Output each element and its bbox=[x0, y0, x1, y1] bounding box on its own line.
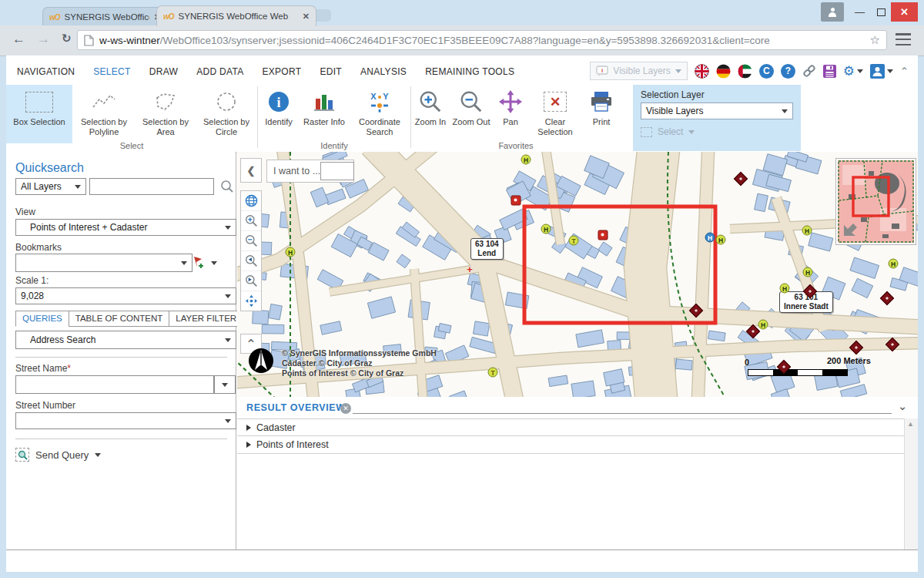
pan-button[interactable]: Pan bbox=[493, 85, 528, 141]
poi-hotel-marker: H bbox=[705, 233, 715, 243]
url-input[interactable]: w-ws-wintner/WebOffice103/synserver;jses… bbox=[77, 30, 887, 50]
language-arabic-flag-icon[interactable] bbox=[738, 64, 752, 79]
selection-by-area-button[interactable]: Selection by Area bbox=[136, 85, 196, 141]
poi-transport-marker: T bbox=[488, 368, 498, 378]
maximize-icon bbox=[877, 8, 886, 16]
tab-queries[interactable]: QUERIES bbox=[15, 311, 69, 327]
ribbon-tab-select[interactable]: SELECT bbox=[93, 66, 130, 77]
poi-hospital-marker: H bbox=[541, 224, 551, 234]
language-english-flag-icon[interactable] bbox=[695, 64, 709, 79]
street-number-dropdown[interactable] bbox=[15, 412, 236, 429]
save-icon[interactable] bbox=[823, 65, 836, 78]
previous-extent-button[interactable] bbox=[241, 251, 261, 271]
i-want-to-input[interactable] bbox=[320, 162, 354, 180]
map-zoom-out-button[interactable] bbox=[241, 231, 261, 251]
box-selection-button[interactable]: Box Selection bbox=[6, 85, 72, 143]
language-c-icon[interactable]: C bbox=[759, 64, 774, 79]
scroll-up-icon[interactable]: ▲ bbox=[907, 420, 914, 428]
map-zoom-in-button[interactable] bbox=[241, 211, 261, 231]
map-copyright: © SynerGIS Informationssysteme GmbH Cada… bbox=[282, 348, 437, 378]
page-icon bbox=[84, 35, 94, 46]
ribbon-tab-add-data[interactable]: ADD DATA bbox=[196, 66, 243, 77]
expand-triangle-icon bbox=[246, 425, 251, 431]
add-bookmark-icon[interactable] bbox=[191, 255, 206, 271]
tab-close-icon[interactable]: ✕ bbox=[303, 12, 310, 22]
result-scrollbar[interactable]: ▲ bbox=[904, 418, 918, 549]
view-dropdown[interactable]: Points of Interest + Cadaster bbox=[15, 219, 236, 236]
full-extent-button[interactable] bbox=[241, 191, 261, 211]
ribbon-tab-remaining-tools[interactable]: REMAINING TOOLS bbox=[425, 66, 514, 77]
maximize-button[interactable] bbox=[871, 2, 892, 22]
minimize-button[interactable]: — bbox=[849, 2, 870, 22]
language-german-flag-icon[interactable] bbox=[716, 64, 731, 79]
zoom-out-button[interactable]: Zoom Out bbox=[450, 85, 493, 141]
next-extent-icon bbox=[245, 274, 258, 287]
send-query-button[interactable]: Send Query bbox=[15, 448, 101, 462]
quicksearch-input[interactable] bbox=[89, 178, 214, 195]
profile-button[interactable] bbox=[821, 2, 844, 22]
toolbar-group-select: Box Selection Selection by Polyline Sele… bbox=[6, 85, 257, 152]
settings-button[interactable]: ⚙ bbox=[843, 63, 863, 79]
ribbon-tab-edit[interactable]: EDIT bbox=[320, 66, 342, 77]
ribbon-tab-navigation[interactable]: NAVIGATION bbox=[17, 66, 75, 77]
street-name-input[interactable] bbox=[15, 375, 214, 394]
zoom-in-button[interactable]: Zoom In bbox=[411, 85, 450, 141]
i-want-to-box[interactable]: I want to ... bbox=[266, 160, 354, 183]
raster-info-button[interactable]: Raster Info bbox=[300, 85, 349, 141]
result-group-points-of-interest[interactable]: Points of Interest bbox=[237, 436, 904, 454]
weboffice-app: NAVIGATION SELECT DRAW ADD DATA EXPORT E… bbox=[6, 55, 918, 572]
ribbon-tab-analysis[interactable]: ANALYSIS bbox=[360, 66, 407, 77]
ribbon-tab-export[interactable]: EXPORT bbox=[262, 66, 301, 77]
selection-layer-dropdown[interactable]: Visible Layers bbox=[641, 102, 793, 119]
clear-selection-button[interactable]: ✕ Clear Selection bbox=[528, 85, 582, 141]
center-map-button[interactable] bbox=[241, 291, 261, 311]
search-icon[interactable] bbox=[220, 180, 234, 193]
selection-by-circle-button[interactable]: Selection by Circle bbox=[196, 85, 257, 141]
poi-hospital-marker: H bbox=[803, 267, 813, 277]
ribbon-tab-draw[interactable]: DRAW bbox=[149, 66, 178, 77]
tab-table-of-content[interactable]: TABLE OF CONTENT bbox=[69, 311, 170, 327]
box-selection-icon bbox=[25, 92, 53, 113]
user-menu-button[interactable] bbox=[870, 64, 893, 79]
street-name-dropdown-button[interactable] bbox=[214, 375, 236, 394]
tab-title: SYNERGIS WebOffice Adm bbox=[65, 12, 149, 22]
person-icon bbox=[828, 8, 837, 17]
bookmarks-dropdown[interactable] bbox=[15, 254, 192, 272]
browser-tab-admin[interactable]: wO SYNERGIS WebOffice Adm ✕ bbox=[42, 7, 168, 26]
map-viewport[interactable]: ❮ I want to ... ⌃ 63 104Lend bbox=[237, 152, 918, 397]
back-button[interactable]: ← bbox=[12, 32, 25, 47]
result-close-icon[interactable]: ✕ bbox=[340, 403, 351, 414]
close-button[interactable]: ✕ bbox=[891, 2, 918, 22]
url-text: w-ws-wintner/WebOffice103/synserver;jses… bbox=[99, 35, 870, 46]
result-collapse-icon[interactable]: ⌄ bbox=[898, 400, 907, 412]
result-group-cadaster[interactable]: Cadaster bbox=[237, 418, 904, 436]
view-label: View bbox=[15, 207, 35, 217]
group-label-favorites: Favorites bbox=[411, 141, 621, 150]
help-icon[interactable]: ? bbox=[781, 64, 795, 79]
next-extent-button[interactable] bbox=[241, 271, 261, 291]
browser-tab-web[interactable]: wO SYNERGIS WebOffice Web ✕ bbox=[156, 5, 316, 26]
print-button[interactable]: Print bbox=[582, 85, 621, 141]
selection-by-polyline-button[interactable]: Selection by Polyline bbox=[72, 85, 136, 141]
query-type-dropdown[interactable]: Address Search bbox=[15, 331, 236, 349]
collapse-ribbon-icon[interactable]: ⌃ bbox=[900, 66, 909, 77]
quicksearch-layer-dropdown[interactable]: All Layers bbox=[15, 178, 86, 195]
pan-arrows-icon bbox=[499, 90, 522, 113]
forward-button[interactable]: → bbox=[37, 32, 50, 47]
tab-layer-filter[interactable]: LAYER FILTER bbox=[169, 311, 243, 327]
result-overview-title: RESULT OVERVIEW bbox=[246, 402, 346, 413]
previous-extent-icon bbox=[245, 254, 258, 267]
identify-button[interactable]: i Identify bbox=[258, 85, 300, 141]
selection-layer-label: Selection Layer bbox=[641, 89, 793, 100]
coordinate-search-button[interactable]: XY Coordinate Search bbox=[349, 85, 410, 141]
overview-map[interactable] bbox=[835, 158, 916, 245]
weboffice-favicon: wO bbox=[49, 13, 60, 22]
bookmark-star-icon[interactable]: ☆ bbox=[870, 33, 880, 47]
collapse-sidebar-button[interactable]: ❮ bbox=[240, 158, 262, 183]
scale-dropdown[interactable]: 9,028 bbox=[15, 287, 236, 304]
reload-button[interactable]: ↻ bbox=[62, 32, 72, 45]
link-icon[interactable] bbox=[802, 64, 816, 78]
chevron-down-icon[interactable] bbox=[211, 261, 217, 265]
poi-red-marker bbox=[511, 196, 521, 206]
browser-menu-button[interactable] bbox=[896, 33, 911, 45]
